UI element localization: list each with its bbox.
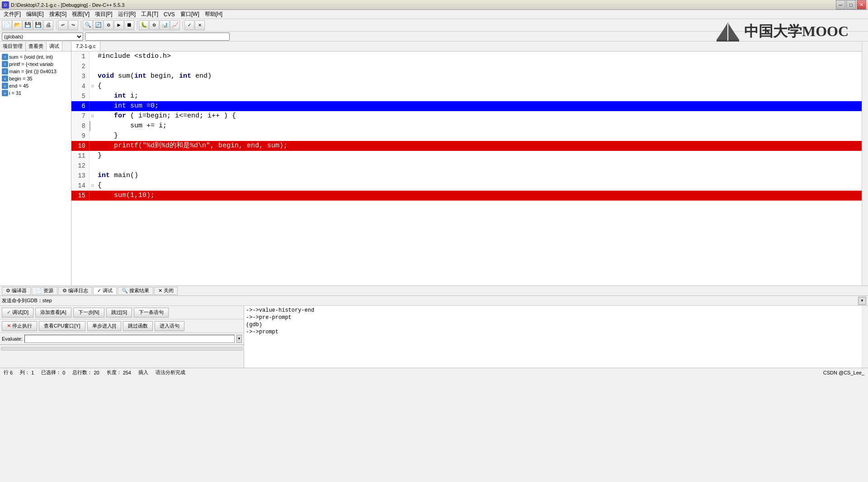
next-step-label: 下一步[N] — [78, 309, 99, 316]
menu-item-搜索S[interactable]: 搜索[S] — [47, 10, 70, 19]
tab-project[interactable]: 项目管理 — [0, 42, 26, 51]
close-button[interactable]: ✕ — [857, 0, 866, 9]
status-insert: 插入 — [138, 369, 148, 376]
line-content-1: #include <stdio.h> — [96, 51, 862, 61]
line-marker-5 — [90, 91, 96, 101]
menu-item-帮助H[interactable]: 帮助[H] — [202, 10, 225, 19]
line-marker-9 — [90, 131, 96, 141]
skip-function-button[interactable]: 跳过函数 — [123, 321, 153, 331]
save-button[interactable]: 💾 — [23, 20, 33, 30]
compile-button[interactable]: ⚙ — [104, 20, 113, 30]
status-syntax: 语法分析完成 — [156, 369, 185, 376]
code-line-7: 7 ◻ for ( i=begin; i<=end; i++ ) { — [71, 111, 862, 121]
new-button[interactable]: 📄 — [2, 20, 12, 30]
line-marker-4: ◻ — [90, 81, 96, 91]
tab-compile-log[interactable]: ⚙ 编译日志 — [58, 287, 92, 295]
search-results-icon: 🔍 — [122, 288, 128, 294]
debug-content: ✓ 调试[D] 添加查看[A] 下一步[N] 跳过[S] 下一条语句 — [0, 306, 868, 368]
globals-input[interactable] — [85, 33, 230, 41]
menu-item-CVS[interactable]: CVS — [161, 11, 178, 18]
cpu-window-button[interactable]: 查看CPU窗口[Y] — [39, 321, 85, 331]
bottom-tabs-bar: ⚙ 编译器 📄 资源 ⚙ 编译日志 ✓ 调试 🔍 搜索结果 ✕ 关闭 — [0, 285, 868, 295]
line-marker-14: ◻ — [90, 181, 96, 191]
menu-item-运行R[interactable]: 运行[R] — [115, 10, 138, 19]
code-line-2: 2 — [71, 61, 862, 71]
gdb-command-dropdown[interactable]: ▼ — [858, 297, 866, 305]
print-button[interactable]: 🖨 — [43, 20, 53, 30]
tab-debug-label: 调试 — [103, 287, 113, 294]
menu-item-窗口W[interactable]: 窗口[W] — [178, 10, 202, 19]
line-content-5: int i; — [96, 91, 862, 101]
debug-check-icon2: ✓ — [7, 309, 11, 315]
chart-button[interactable]: 📊 — [160, 20, 170, 30]
enter-statement-button[interactable]: 进入语句 — [155, 321, 184, 331]
debug-buttons-row1: ✓ 调试[D] 添加查看[A] 下一步[N] 跳过[S] 下一条语句 — [0, 306, 244, 319]
replace-button[interactable]: 🔄 — [93, 20, 103, 30]
tab-search-results[interactable]: 🔍 搜索结果 — [118, 287, 153, 295]
save-all-button[interactable]: 💾 — [33, 20, 43, 30]
code-editor[interactable]: 1 #include <stdio.h> 2 3 void sum(int be… — [71, 51, 862, 285]
debug-start-button[interactable]: ✓ 调试[D] — [2, 308, 33, 318]
tab-classes[interactable]: 查看类 — [26, 42, 47, 51]
row-value: 6 — [10, 370, 13, 375]
options-button[interactable]: ⚙ — [149, 20, 159, 30]
tab-debug[interactable]: 调试 — [47, 42, 62, 51]
next-statement-button[interactable]: 下一条语句 — [134, 308, 169, 318]
step-into-button[interactable]: 单步进入[I] — [87, 321, 121, 331]
line-num-12: 12 — [71, 161, 90, 171]
skip-button[interactable]: 跳过[S] — [106, 308, 132, 318]
stop-button[interactable]: ⏹ — [124, 20, 134, 30]
col-label: 列： — [20, 369, 30, 376]
tab-debug-active[interactable]: ✓ 调试 — [93, 287, 117, 295]
code-line-3: 3 void sum(int begin, int end) — [71, 71, 862, 81]
tab-compiler[interactable]: ⚙ 编译器 — [2, 287, 31, 295]
evaluate-input[interactable] — [24, 335, 235, 343]
app-icon: D — [2, 1, 9, 9]
globals-select[interactable]: (globals) — [2, 33, 83, 41]
gdb-command-bar: 发送命令到GDB：step ▼ — [0, 296, 868, 306]
line-content-15: sum(1,10); — [96, 191, 862, 201]
line-num-2: 2 — [71, 61, 90, 71]
chart2-button[interactable]: 📈 — [170, 20, 180, 30]
minimize-button[interactable]: ─ — [836, 0, 845, 9]
status-row: 行 6 — [4, 369, 13, 376]
menu-item-项目P[interactable]: 项目[P] — [92, 10, 115, 19]
line-content-2 — [96, 61, 862, 71]
menu-item-文件F[interactable]: 文件[F] — [1, 10, 24, 19]
compile-run-button[interactable]: ▶ — [114, 20, 124, 30]
evaluate-scrollbar[interactable] — [0, 345, 244, 352]
stop-execute-button[interactable]: ✕ 停止执行 — [2, 321, 37, 331]
undo-button[interactable]: ↩ — [58, 20, 68, 30]
main-area: 项目管理 查看类 调试 f sum = {void (int, int) f p… — [0, 42, 868, 285]
find-button[interactable]: 🔍 — [83, 20, 93, 30]
code-scrollbar[interactable] — [862, 42, 868, 285]
line-marker-11 — [90, 151, 96, 161]
tree-item-i: v i = 31 — [2, 89, 69, 97]
left-panel: 项目管理 查看类 调试 f sum = {void (int, int) f p… — [0, 42, 71, 285]
debug-button[interactable]: 🐛 — [139, 20, 149, 30]
line-content-6: int sum =0; — [96, 101, 862, 111]
tab-resources[interactable]: 📄 资源 — [32, 287, 57, 295]
menu-item-视图V[interactable]: 视图[V] — [69, 10, 92, 19]
selected-value: 0 — [62, 370, 65, 375]
line-marker-12 — [90, 161, 96, 171]
line-content-14: { — [96, 181, 862, 191]
var-icon-3: v — [2, 90, 8, 96]
maximize-button[interactable]: □ — [846, 0, 856, 9]
redo-button[interactable]: ↪ — [68, 20, 78, 30]
code-tab-main[interactable]: 7.2-1-g.c — [71, 42, 100, 51]
line-content-9: } — [96, 131, 862, 141]
tab-close[interactable]: ✕ 关闭 — [154, 287, 178, 295]
next-step-button[interactable]: 下一步[N] — [73, 308, 104, 318]
menu-item-编辑E[interactable]: 编辑[E] — [24, 10, 47, 19]
evaluate-dropdown[interactable]: ▼ — [236, 335, 242, 343]
open-button[interactable]: 📂 — [12, 20, 22, 30]
menu-item-工具T[interactable]: 工具[T] — [138, 10, 161, 19]
cross-button[interactable]: ✕ — [195, 20, 205, 30]
tree-item-sum-label: sum = {void (int, int) — [9, 54, 53, 60]
tree-item-i-label: i = 31 — [9, 90, 21, 96]
add-watch-button[interactable]: 添加查看[A] — [35, 308, 71, 318]
tab-compiler-label: 编译器 — [12, 287, 27, 294]
check-button[interactable]: ✓ — [184, 20, 194, 30]
gdb-scrollbar[interactable] — [862, 306, 868, 368]
